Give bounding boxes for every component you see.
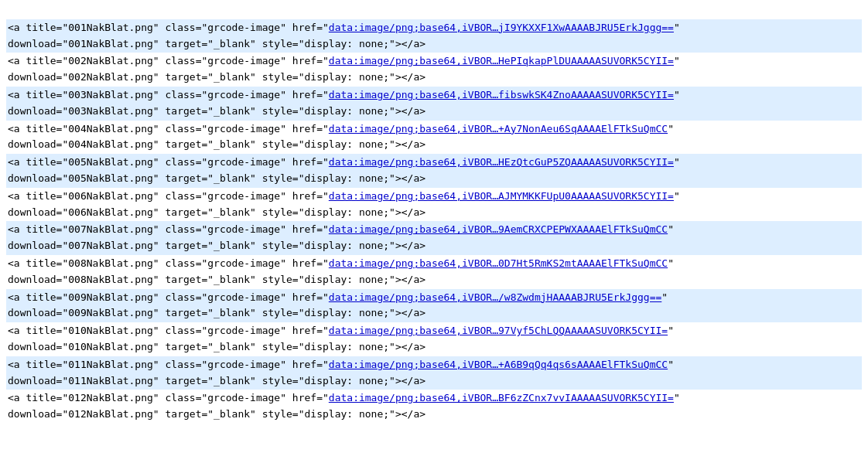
row-block: <a title="008NakBlat.png" class="grcode-… — [6, 255, 862, 289]
row-block: <a title="011NakBlat.png" class="grcode-… — [6, 356, 862, 390]
row-block: <a title="003NakBlat.png" class="grcode-… — [6, 87, 862, 121]
tag-suffix: " — [674, 55, 680, 66]
href-link[interactable]: data:image/png;base64,iVBOR…HePIqkapPlDU… — [329, 55, 674, 66]
code-line-1: <a title="011NakBlat.png" class="grcode-… — [6, 357, 862, 373]
code-line-1: <a title="005NakBlat.png" class="grcode-… — [6, 155, 862, 171]
tag-suffix: " — [674, 22, 680, 33]
tag-suffix: " — [674, 190, 680, 202]
code-line-1: <a title="002NakBlat.png" class="grcode-… — [6, 53, 862, 70]
row-block: <a title="001NakBlat.png" class="grcode-… — [6, 19, 862, 53]
href-link[interactable]: data:image/png;base64,iVBOR…+A6B9qQq4qs6… — [329, 359, 668, 370]
code-line-1: <a title="006NakBlat.png" class="grcode-… — [6, 189, 862, 205]
tag-prefix: <a title="008NakBlat.png" class="grcode-… — [8, 257, 329, 269]
code-line-2: download="012NakBlat.png" target="_blank… — [6, 407, 862, 423]
tag-suffix: " — [674, 392, 680, 403]
tag-download: download="012NakBlat.png" target="_blank… — [8, 408, 425, 420]
tag-prefix: <a title="009NakBlat.png" class="grcode-… — [8, 291, 329, 303]
code-line-2: download="010NakBlat.png" target="_blank… — [6, 339, 862, 356]
tag-download: download="009NakBlat.png" target="_blank… — [8, 307, 425, 318]
tag-download: download="003NakBlat.png" target="_blank… — [8, 105, 425, 117]
row-block: <a title="004NakBlat.png" class="grcode-… — [6, 121, 862, 155]
href-link[interactable]: data:image/png;base64,iVBOR…AJMYMKKFUpU0… — [329, 190, 674, 202]
row-block: <a title="009NakBlat.png" class="grcode-… — [6, 289, 862, 323]
tag-download: download="008NakBlat.png" target="_blank… — [8, 274, 425, 285]
tag-prefix: <a title="010NakBlat.png" class="grcode-… — [8, 325, 329, 336]
tag-download: download="001NakBlat.png" target="_blank… — [8, 38, 425, 49]
tag-suffix: " — [674, 156, 680, 168]
href-link[interactable]: data:image/png;base64,iVBOR…jI9YKXXF1XwA… — [329, 22, 674, 33]
tag-prefix: <a title="006NakBlat.png" class="grcode-… — [8, 190, 329, 202]
href-link[interactable]: data:image/png;base64,iVBOR…fibswkSK4Zno… — [329, 89, 674, 100]
code-line-1: <a title="008NakBlat.png" class="grcode-… — [6, 256, 862, 272]
tag-download: download="002NakBlat.png" target="_blank… — [8, 71, 425, 83]
tag-prefix: <a title="004NakBlat.png" class="grcode-… — [8, 123, 329, 134]
code-view: <a title="001NakBlat.png" class="grcode-… — [0, 0, 868, 427]
code-line-2: download="003NakBlat.png" target="_blank… — [6, 104, 862, 120]
row-block: <a title="002NakBlat.png" class="grcode-… — [6, 53, 862, 87]
row-block: <a title="007NakBlat.png" class="grcode-… — [6, 221, 862, 255]
tag-download: download="006NakBlat.png" target="_blank… — [8, 206, 425, 218]
code-line-1: <a title="009NakBlat.png" class="grcode-… — [6, 290, 862, 306]
tag-suffix: " — [668, 359, 674, 370]
tag-prefix: <a title="012NakBlat.png" class="grcode-… — [8, 392, 329, 403]
href-link[interactable]: data:image/png;base64,iVBOR…9AemCRXCPEPW… — [329, 223, 668, 235]
href-link[interactable]: data:image/png;base64,iVBOR…/w8ZwdmjHAAA… — [329, 291, 661, 303]
href-link[interactable]: data:image/png;base64,iVBOR…+Ay7NonAeu6S… — [329, 123, 668, 134]
code-line-2: download="004NakBlat.png" target="_blank… — [6, 137, 862, 153]
code-line-1: <a title="001NakBlat.png" class="grcode-… — [6, 20, 862, 36]
code-line-2: download="001NakBlat.png" target="_blank… — [6, 36, 862, 53]
tag-prefix: <a title="002NakBlat.png" class="grcode-… — [8, 55, 329, 66]
code-line-1: <a title="003NakBlat.png" class="grcode-… — [6, 87, 862, 104]
tag-download: download="007NakBlat.png" target="_blank… — [8, 240, 425, 251]
href-link[interactable]: data:image/png;base64,iVBOR…HEzQtcGuP5ZQ… — [329, 156, 674, 168]
code-line-1: <a title="007NakBlat.png" class="grcode-… — [6, 222, 862, 238]
row-block: <a title="012NakBlat.png" class="grcode-… — [6, 390, 862, 424]
code-line-2: download="009NakBlat.png" target="_blank… — [6, 305, 862, 322]
tag-download: download="010NakBlat.png" target="_blank… — [8, 341, 425, 352]
tag-download: download="011NakBlat.png" target="_blank… — [8, 375, 425, 386]
code-line-1: <a title="004NakBlat.png" class="grcode-… — [6, 121, 862, 138]
tag-download: download="005NakBlat.png" target="_blank… — [8, 172, 425, 184]
row-block: <a title="010NakBlat.png" class="grcode-… — [6, 322, 862, 356]
href-link[interactable]: data:image/png;base64,iVBOR…0D7Ht5RmKS2m… — [329, 257, 668, 269]
code-line-1: <a title="010NakBlat.png" class="grcode-… — [6, 323, 862, 339]
code-line-1: <a title="012NakBlat.png" class="grcode-… — [6, 390, 862, 407]
tag-prefix: <a title="001NakBlat.png" class="grcode-… — [8, 22, 329, 33]
code-line-2: download="008NakBlat.png" target="_blank… — [6, 272, 862, 288]
tag-suffix: " — [668, 325, 674, 336]
tag-suffix: " — [674, 89, 680, 100]
code-line-2: download="005NakBlat.png" target="_blank… — [6, 171, 862, 187]
tag-prefix: <a title="003NakBlat.png" class="grcode-… — [8, 89, 329, 100]
href-link[interactable]: data:image/png;base64,iVBOR…97Vyf5ChLQQA… — [329, 325, 668, 336]
code-line-2: download="011NakBlat.png" target="_blank… — [6, 373, 862, 390]
tag-suffix: " — [661, 291, 668, 303]
tag-suffix: " — [668, 257, 674, 269]
code-line-2: download="007NakBlat.png" target="_blank… — [6, 238, 862, 254]
href-link[interactable]: data:image/png;base64,iVBOR…BF6zZCnx7vvI… — [329, 392, 674, 403]
tag-prefix: <a title="007NakBlat.png" class="grcode-… — [8, 223, 329, 235]
tag-suffix: " — [668, 223, 674, 235]
tag-prefix: <a title="011NakBlat.png" class="grcode-… — [8, 359, 329, 370]
code-line-2: download="002NakBlat.png" target="_blank… — [6, 70, 862, 86]
tag-download: download="004NakBlat.png" target="_blank… — [8, 138, 425, 150]
row-block: <a title="005NakBlat.png" class="grcode-… — [6, 154, 862, 188]
row-block: <a title="006NakBlat.png" class="grcode-… — [6, 188, 862, 222]
tag-suffix: " — [668, 123, 674, 134]
code-line-2: download="006NakBlat.png" target="_blank… — [6, 205, 862, 221]
tag-prefix: <a title="005NakBlat.png" class="grcode-… — [8, 156, 329, 168]
